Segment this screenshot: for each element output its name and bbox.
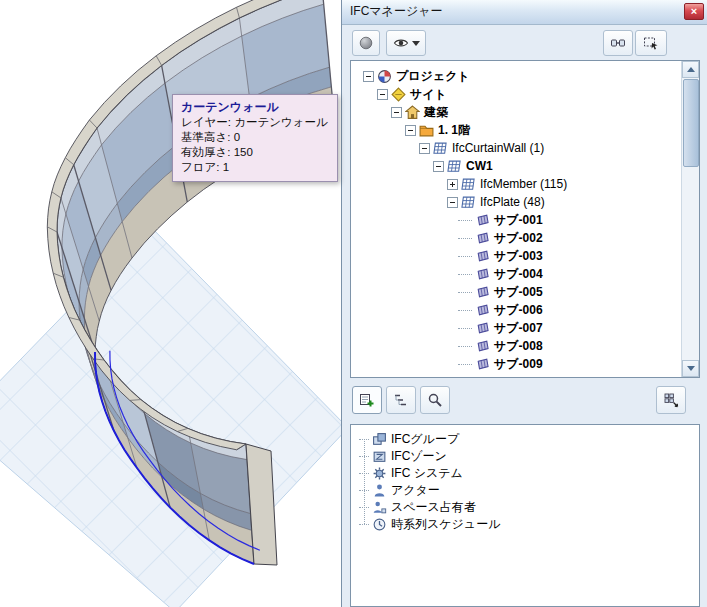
tree-expander-icon[interactable] — [461, 359, 472, 370]
tree-node-icon — [447, 159, 462, 174]
tree-expander-icon[interactable] — [461, 341, 472, 352]
hierarchy-icon — [393, 392, 409, 408]
tree-node-icon — [461, 195, 476, 210]
scrollbar-thumb[interactable] — [683, 79, 699, 167]
tooltip-base-height-line: 基準高さ: 0 — [181, 130, 328, 145]
tree-item[interactable]: IfcCurtainWall (1) — [353, 139, 699, 157]
matrix-icon — [663, 392, 679, 408]
tree-item[interactable]: サブ-002 — [353, 229, 699, 247]
tree-expander-icon[interactable] — [447, 179, 458, 190]
selection-rect-button[interactable] — [635, 30, 667, 56]
ifc-type-list: IFCグループ IFCゾーン IFC システム アクター スペース占有者 — [350, 424, 700, 607]
tree-item-label: サブ-003 — [494, 248, 543, 265]
tree-expander-icon[interactable] — [461, 287, 472, 298]
tree-expander-icon[interactable] — [461, 305, 472, 316]
tree-item[interactable]: IfcPlate (48) — [353, 193, 699, 211]
new-item-button[interactable] — [352, 386, 382, 414]
palette-title: IFCマネージャー — [350, 4, 442, 18]
scene-canvas — [0, 0, 341, 607]
tree-node-icon — [475, 339, 490, 354]
tree-item-label: サブ-005 — [494, 284, 543, 301]
tree-expander-icon[interactable] — [433, 161, 444, 172]
type-item[interactable]: IFCゾーン — [351, 448, 699, 465]
tree-item[interactable]: サブ-004 — [353, 265, 699, 283]
type-item-label: アクター — [391, 482, 440, 499]
tree-item-label: IfcMember (115) — [480, 177, 567, 191]
tree-item-label: 1. 1階 — [438, 122, 470, 139]
visibility-button[interactable] — [386, 30, 426, 56]
hierarchy-button[interactable] — [386, 386, 416, 414]
palette-titlebar[interactable]: IFCマネージャー × — [342, 0, 707, 25]
type-icon — [372, 432, 387, 447]
tree-expander-icon[interactable] — [419, 143, 430, 154]
magnifier-icon — [427, 392, 443, 408]
tree-item[interactable]: CW1 — [353, 157, 699, 175]
tree-item-label: サブ-009 — [494, 356, 543, 373]
type-toolbar — [350, 378, 700, 422]
tree-item[interactable]: サブ-009 — [353, 355, 699, 373]
type-item[interactable]: IFCグループ — [351, 431, 699, 448]
tree-node-icon — [377, 69, 392, 84]
eye-icon — [393, 35, 409, 51]
tree-expander-icon[interactable] — [363, 71, 374, 82]
search-button[interactable] — [420, 386, 450, 414]
tooltip-thickness-line: 有効厚さ: 150 — [181, 145, 328, 160]
tree-expander-icon[interactable] — [405, 125, 416, 136]
tree-item[interactable]: サブ-005 — [353, 283, 699, 301]
tree-scrollbar[interactable] — [681, 61, 699, 377]
close-button[interactable]: × — [684, 3, 704, 20]
tree-rows: プロジェクト サイト 建築 1. 1階 IfcCurtainWall ( — [351, 61, 699, 373]
tree-expander-icon[interactable] — [461, 323, 472, 334]
tree-item[interactable]: 1. 1階 — [353, 121, 699, 139]
tree-item[interactable]: サブ-003 — [353, 247, 699, 265]
tree-expander-icon[interactable] — [447, 197, 458, 208]
tooltip-floor-line: フロア: 1 — [181, 160, 328, 175]
sphere-icon — [358, 35, 374, 51]
type-item[interactable]: IFC システム — [351, 465, 699, 482]
type-icon — [372, 517, 387, 532]
3d-viewport[interactable]: カーテンウォール レイヤー: カーテンウォール 基準高さ: 0 有効厚さ: 15… — [0, 0, 341, 607]
link-icon — [610, 35, 626, 51]
tree-node-icon — [475, 303, 490, 318]
tree-item-label: IfcPlate (48) — [480, 195, 545, 209]
tree-connector — [359, 456, 369, 457]
tree-item[interactable]: サブ-008 — [353, 337, 699, 355]
tree-node-icon — [475, 321, 490, 336]
type-item-label: スペース占有者 — [391, 499, 476, 516]
tree-connector — [359, 473, 369, 474]
tree-node-icon — [405, 105, 420, 120]
tree-item[interactable]: プロジェクト — [353, 67, 699, 85]
tree-item-label: サブ-008 — [494, 338, 543, 355]
tree-item[interactable]: サブ-001 — [353, 211, 699, 229]
model-link-button[interactable] — [603, 30, 633, 56]
type-item-label: 時系列スケジュール — [391, 516, 500, 533]
type-item-label: IFCゾーン — [391, 448, 447, 465]
tree-item[interactable]: サイト — [353, 85, 699, 103]
type-item-label: IFCグループ — [391, 431, 459, 448]
selection-rect-icon — [643, 35, 659, 51]
tree-expander-icon[interactable] — [461, 269, 472, 280]
tree-item[interactable]: IfcMember (115) — [353, 175, 699, 193]
tree-item[interactable]: 建築 — [353, 103, 699, 121]
type-item[interactable]: 時系列スケジュール — [351, 516, 699, 533]
status-sphere-button[interactable] — [352, 30, 380, 56]
tree-item[interactable]: サブ-007 — [353, 319, 699, 337]
tree-expander-icon[interactable] — [391, 107, 402, 118]
tree-expander-icon[interactable] — [461, 215, 472, 226]
tree-node-icon — [475, 267, 490, 282]
tree-expander-icon[interactable] — [377, 89, 388, 100]
tree-expander-icon[interactable] — [461, 251, 472, 262]
tree-item[interactable]: サブ-006 — [353, 301, 699, 319]
tooltip-layer-line: レイヤー: カーテンウォール — [181, 115, 328, 130]
tree-item-label: 建築 — [424, 104, 448, 121]
tree-node-icon — [475, 285, 490, 300]
assign-button[interactable] — [656, 386, 686, 414]
tree-expander-icon[interactable] — [461, 233, 472, 244]
tree-item-label: サブ-004 — [494, 266, 543, 283]
tree-node-icon — [475, 357, 490, 372]
type-item[interactable]: アクター — [351, 482, 699, 499]
scroll-up-button[interactable] — [682, 61, 699, 78]
scroll-down-button[interactable] — [682, 360, 699, 377]
type-item[interactable]: スペース占有者 — [351, 499, 699, 516]
tree-connector — [359, 490, 369, 491]
